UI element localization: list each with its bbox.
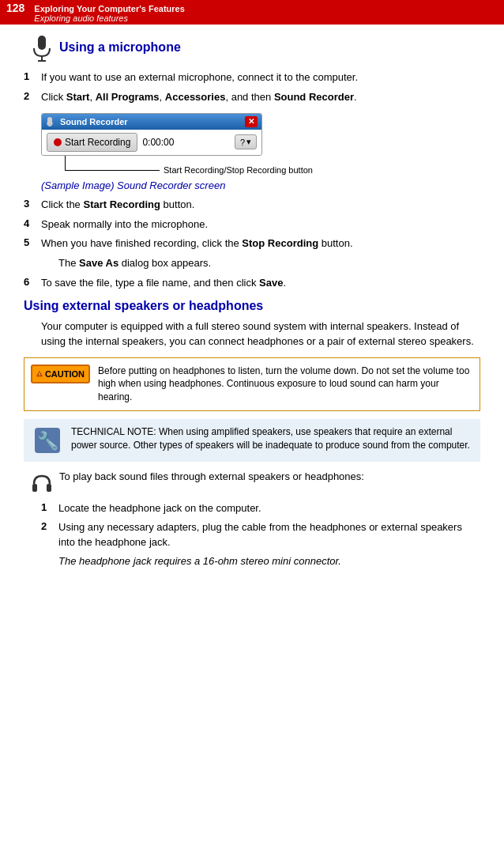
svg-text:🔧: 🔧 [37,430,59,451]
header-text: Exploring Your Computer's Features Explo… [34,4,184,23]
step2-num: 2 [24,90,41,102]
step3-num: 3 [24,198,41,210]
s2-step-2: 2 Using any necessary adapters, plug the… [41,520,480,550]
recorder-screenshot: Sound Recorder ✕ Start Recording 0:00:00… [41,113,262,156]
s2-step2-text: Using any necessary adapters, plug the c… [58,520,480,550]
technote-icon-area: 🔧 [32,425,63,455]
record-dot [54,138,62,146]
step1-num: 1 [24,70,41,82]
recorder-title-icon [46,116,57,127]
recorder-close-button[interactable]: ✕ [245,116,258,127]
rec-time-display: 0:00:00 [142,137,230,148]
start-recording-button[interactable]: Start Recording [47,133,137,152]
section-speakers: Using external speakers or headphones Yo… [24,299,480,568]
step-3: 3 Click the Start Recording button. [24,198,480,213]
step5-text: When you have finished recording, click … [41,236,480,251]
recorder-body: Start Recording 0:00:00 ? ▾ [42,130,261,155]
svg-rect-0 [38,36,46,50]
recorder-help-button[interactable]: ? ▾ [235,134,257,149]
wrench-icon: 🔧 [32,425,62,455]
technote-box: 🔧 TECHNICAL NOTE: When using amplified s… [24,419,480,462]
step4-text: Speak normally into the microphone. [41,217,480,232]
section-heading-row: Using a microphone [24,32,480,64]
step-6: 6 To save the file, type a file name, an… [24,276,480,291]
microphone-icon [31,34,53,64]
header-subtitle: Exploring audio features [34,13,184,23]
step2-text: Click Start, All Programs, Accessories, … [41,90,480,105]
step6-text: To save the file, type a file name, and … [41,276,480,291]
step5-num: 5 [24,236,41,248]
step6-num: 6 [24,276,41,288]
header-title: Exploring Your Computer's Features [34,4,184,13]
page-header: 128 Exploring Your Computer's Features E… [0,0,504,25]
step-1: 1 If you want to use an external microph… [24,70,480,85]
section2-intro: To play back sound files through externa… [59,470,480,485]
recorder-titlebar: Sound Recorder ✕ [42,114,261,130]
step4-num: 4 [24,217,41,229]
page-number: 128 [6,2,24,14]
sample-caption: (Sample Image) Sound Recorder screen [41,179,480,191]
content-area: Using a microphone 1 If you want to use … [0,25,504,580]
headphone-intro-row: To play back sound files through externa… [24,470,480,497]
step-5: 5 When you have finished recording, clic… [24,236,480,251]
caution-badge: ! CAUTION [31,365,90,383]
s2-step2-num: 2 [41,520,58,532]
recorder-title: Sound Recorder [46,116,128,127]
caution-text: Before putting on headphones to listen, … [98,365,473,404]
svg-rect-9 [32,484,37,492]
section2-heading: Using external speakers or headphones [24,299,480,313]
s2-step-1: 1 Locate the headphone jack on the compu… [41,501,480,516]
start-rec-label: Start Recording [65,137,130,148]
s2-step1-num: 1 [41,501,58,513]
s2-step1-text: Locate the headphone jack on the compute… [58,501,480,516]
annotation-horizontal-line [65,170,160,171]
headphone-icon-area [24,470,59,497]
step-4: 4 Speak normally into the microphone. [24,217,480,232]
save-as-note: The Save As dialog box appears. [58,256,480,271]
svg-rect-10 [47,484,51,492]
headphone-icon [31,471,53,497]
jack-note: The headphone jack requires a 16-ohm ste… [58,554,480,569]
step-2: 2 Click Start, All Programs, Accessories… [24,90,480,105]
caution-label: CAUTION [45,369,85,379]
microphone-icon-area [24,32,59,64]
caution-box: ! CAUTION Before putting on headphones t… [24,357,480,411]
annotation-text: Start Recording/Stop Recording button [164,165,313,175]
section1-heading: Using a microphone [59,40,181,55]
annotation-area: Start Recording/Stop Recording button [41,156,480,178]
step1-text: If you want to use an external microphon… [41,70,480,85]
section-microphone: Using a microphone 1 If you want to use … [24,32,480,291]
step3-text: Click the Start Recording button. [41,198,480,213]
technote-text: TECHNICAL NOTE: When using amplified spe… [71,425,472,452]
annotation-vertical-line [65,156,66,170]
section2-para: Your computer is equipped with a full st… [41,319,480,349]
caution-icon: ! [36,368,43,380]
